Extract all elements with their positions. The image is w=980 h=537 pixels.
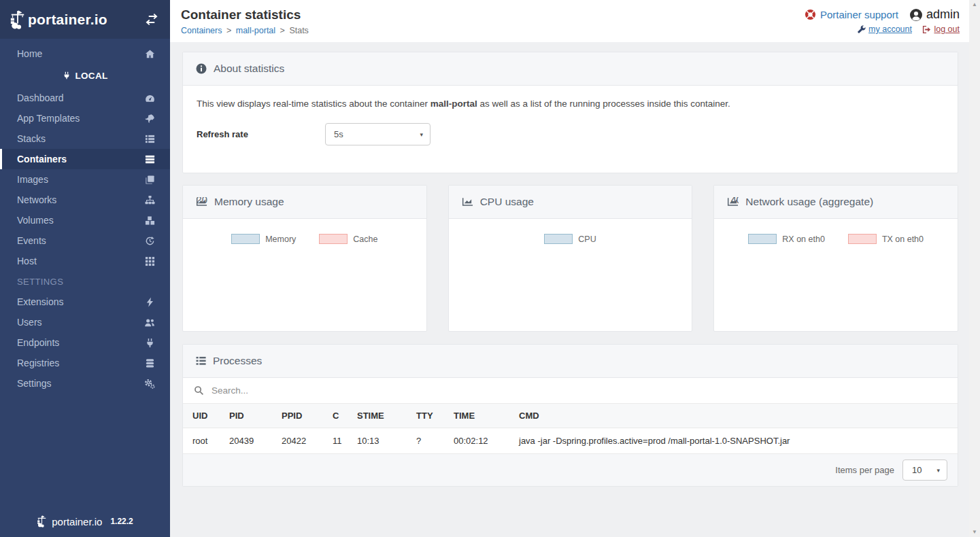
breadcrumb-current: Stats (289, 26, 309, 35)
memory-usage-chart (190, 249, 419, 311)
bolt-icon (145, 297, 155, 307)
sidebar-footer: portainer.io 1.22.2 (0, 506, 170, 537)
chart-legend: RX on eth0TX on eth0 (721, 234, 951, 244)
footer-version: 1.22.2 (110, 517, 133, 526)
breadcrumb-separator: > (226, 26, 231, 35)
refresh-rate-label: Refresh rate (197, 129, 325, 139)
chevron-down-icon: ▾ (936, 467, 940, 474)
column-header-ppid: PPID (275, 404, 326, 428)
chart-legend: MemoryCache (190, 234, 420, 244)
sidebar-item-registries[interactable]: Registries (0, 353, 170, 373)
gears-icon (144, 379, 155, 389)
sidebar-item-networks[interactable]: Networks (0, 190, 170, 210)
history-icon (145, 236, 155, 246)
about-panel-title: About statistics (214, 63, 284, 75)
search-input[interactable] (210, 385, 947, 396)
column-header-stime: STIME (350, 404, 409, 428)
page-content: About statistics This view displays real… (170, 42, 969, 537)
sidebar-item-host[interactable]: Host (0, 251, 170, 271)
column-header-pid: PID (222, 404, 275, 428)
sidebar-item-dashboard[interactable]: Dashboard (0, 88, 170, 108)
legend-tx-on-eth0: TX on eth0 (848, 234, 924, 244)
scroll-up-icon[interactable]: ▲ (972, 2, 977, 7)
info-circle-icon (196, 63, 207, 74)
my-account-link[interactable]: my account (857, 24, 912, 34)
svg-text:400 kB: 400 kB (731, 197, 739, 205)
svg-text:200 MB: 200 MB (197, 197, 207, 205)
column-header-time: TIME (447, 404, 512, 428)
images-icon (145, 175, 155, 185)
life-ring-icon (805, 9, 816, 20)
home-icon (145, 49, 155, 59)
log-out-link[interactable]: log out (922, 24, 960, 34)
footer-brand: portainer.io (52, 516, 102, 527)
sidebar-item-endpoints[interactable]: Endpoints (0, 332, 170, 353)
user-menu[interactable]: admin (909, 7, 960, 22)
sidebar-item-containers[interactable]: Containers (0, 149, 170, 169)
containers-icon (145, 154, 155, 164)
app-root: portainer.io HomeLOCALDashboardApp Templ… (0, 0, 980, 537)
search-bar (183, 378, 958, 404)
charts-row: 0.0B100 MB200 MB10:32:5010:32:5810:33:02… (182, 185, 958, 332)
memory-usage-panel: 0.0B100 MB200 MB10:32:5010:32:5810:33:02… (182, 185, 427, 332)
sidebar-collapse-icon[interactable] (144, 14, 159, 25)
legend-cpu: CPU (544, 234, 596, 244)
chart-legend: CPU (456, 234, 686, 244)
sidebar-item-users[interactable]: Users (0, 312, 170, 332)
search-icon (194, 385, 204, 396)
portainer-logo[interactable]: portainer.io (10, 10, 107, 29)
column-header-uid: UID (183, 404, 222, 428)
endpoint-name: LOCAL (0, 65, 170, 86)
plug-icon (63, 71, 71, 80)
sidebar-item-events[interactable]: Events (0, 230, 170, 251)
sidebar-section-settings: SETTINGS (0, 271, 170, 292)
table-row: root20439204221110:13?00:02:12java -jar … (183, 428, 958, 454)
volumes-icon (145, 215, 155, 226)
header-user-area: Portainer support admin (805, 7, 960, 37)
dashboard-icon (145, 93, 155, 103)
sidebar-item-settings[interactable]: Settings (0, 373, 170, 394)
portainer-crane-icon (10, 10, 26, 29)
area-chart-icon: 0.0B200 kB400 kB10:32:5010:32:5810:33:02 (727, 197, 739, 207)
username: admin (926, 7, 960, 22)
sign-out-icon (922, 25, 931, 34)
plug-icon (145, 338, 155, 348)
network-usage-chart (721, 249, 950, 311)
portainer-support-link[interactable]: Portainer support (805, 9, 898, 20)
scroll-down-icon[interactable]: ▼ (972, 530, 977, 535)
chart-title: CPU usage (480, 196, 534, 208)
breadcrumb: Containers > mall-portal > Stats (181, 26, 309, 35)
wrench-icon (857, 25, 866, 34)
about-description: This view displays real-time statistics … (197, 99, 944, 109)
vertical-scrollbar[interactable]: ▲ ▼ (969, 0, 980, 537)
sidebar-item-volumes[interactable]: Volumes (0, 210, 170, 230)
sidebar-item-extensions[interactable]: Extensions (0, 292, 170, 312)
users-icon (144, 317, 155, 328)
sidebar-nav: HomeLOCALDashboardApp TemplatesStacksCon… (0, 39, 170, 394)
about-panel-header: About statistics (183, 52, 958, 86)
sidebar: portainer.io HomeLOCALDashboardApp Templ… (0, 0, 170, 537)
processes-table: UIDPIDPPIDCSTIMETTYTIMECMD root204392042… (183, 404, 958, 454)
breadcrumb-containers[interactable]: Containers (181, 26, 222, 35)
breadcrumb-separator: > (280, 26, 285, 35)
breadcrumb-container-name[interactable]: mall-portal (236, 26, 275, 35)
sidebar-header: portainer.io (0, 0, 170, 39)
cpu-usage-panel: 0.0%2%4%10:32:5010:32:5810:33:02 CPU usa… (448, 185, 693, 332)
sidebar-item-images[interactable]: Images (0, 169, 170, 190)
network-icon (145, 195, 155, 205)
items-per-page-label: Items per page (835, 465, 894, 475)
container-name: mall-portal (430, 99, 477, 109)
network-usage-panel: 0.0B200 kB400 kB10:32:5010:32:5810:33:02… (713, 185, 958, 332)
rocket-icon (145, 114, 155, 124)
about-statistics-panel: About statistics This view displays real… (182, 52, 958, 173)
items-per-page-select[interactable]: 10 ▾ (902, 460, 947, 481)
sidebar-item-app-templates[interactable]: App Templates (0, 108, 170, 128)
grid-icon (145, 256, 155, 266)
sidebar-item-home[interactable]: Home (0, 44, 170, 64)
tasks-icon (196, 356, 206, 366)
processes-panel: Processes UIDPIDPPIDCSTIMETTYTIMECMD roo… (182, 344, 958, 487)
list-icon (145, 134, 155, 144)
portainer-crane-icon-small (37, 515, 47, 527)
sidebar-item-stacks[interactable]: Stacks (0, 128, 170, 149)
refresh-rate-select[interactable]: 5s ▾ (325, 123, 430, 145)
